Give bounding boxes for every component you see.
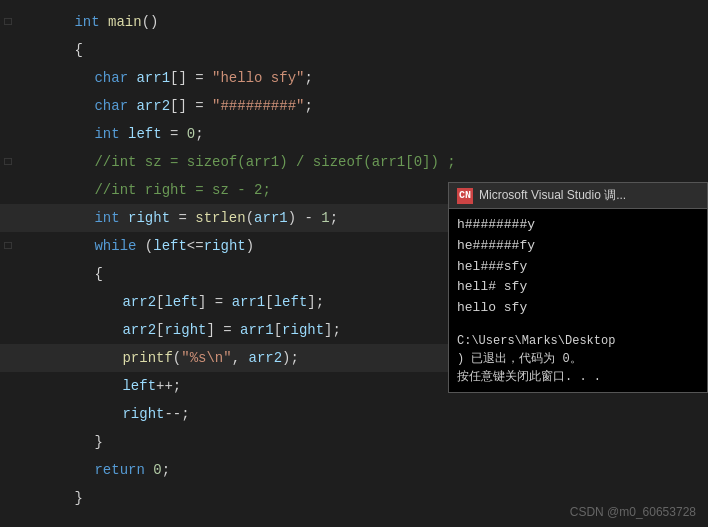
- collapse-indicator-1[interactable]: □: [0, 15, 16, 29]
- csdn-watermark: CSDN @m0_60653728: [570, 505, 696, 519]
- output-line-3: hel###sfy: [457, 257, 699, 278]
- output-line-1: h########y: [457, 215, 699, 236]
- collapse-indicator-6[interactable]: □: [0, 155, 16, 169]
- console-titlebar: CN Microsoft Visual Studio 调...: [449, 183, 707, 209]
- code-editor: □ int main() { char arr1[] = "hello sfy"…: [0, 0, 708, 527]
- collapse-indicator-9[interactable]: □: [0, 239, 16, 253]
- console-body: h########y he######fy hel###sfy hell# sf…: [449, 209, 707, 392]
- console-popup: CN Microsoft Visual Studio 调... h#######…: [448, 182, 708, 393]
- output-line-5: hello sfy: [457, 298, 699, 319]
- console-title: Microsoft Visual Studio 调...: [479, 187, 626, 204]
- console-sep: [457, 325, 699, 326]
- output-line-4: hell# sfy: [457, 277, 699, 298]
- output-line-2: he######fy: [457, 236, 699, 257]
- console-path: C:\Users\Marks\Desktop ) 已退出，代码为 0。 按任意键…: [457, 332, 699, 386]
- console-icon: CN: [457, 188, 473, 204]
